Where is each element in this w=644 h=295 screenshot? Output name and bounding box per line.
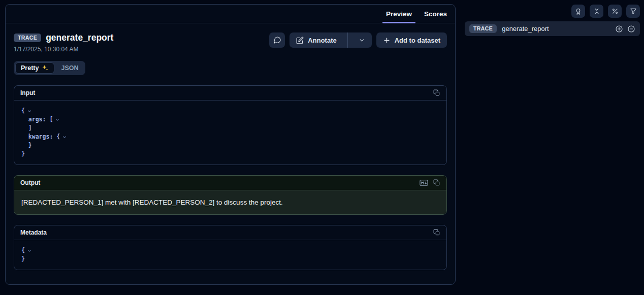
- json-token: {: [21, 246, 25, 255]
- award-icon: [574, 8, 582, 15]
- speech-bubble-icon: [273, 36, 281, 44]
- copy-button[interactable]: [433, 179, 440, 186]
- tree-toolbar: [465, 5, 640, 18]
- metrics-toggle-button[interactable]: [608, 5, 622, 18]
- annotate-split-button: Annotate: [289, 32, 371, 48]
- trace-identity: TRACE generate_report 1/17/2025, 10:30:0…: [14, 32, 113, 53]
- collapse-all-button[interactable]: [590, 5, 603, 18]
- view-toggle-pretty[interactable]: Pretty: [15, 62, 54, 74]
- comment-button[interactable]: [269, 32, 285, 48]
- filter-button[interactable]: [626, 5, 640, 18]
- percent-icon: [611, 8, 619, 15]
- trace-tree-sidebar: TRACE generate_report: [465, 0, 640, 36]
- trace-type-badge: TRACE: [469, 24, 497, 33]
- collapse-caret-icon[interactable]: [62, 135, 67, 140]
- markdown-toggle-button[interactable]: [420, 179, 428, 186]
- input-json-view: { args: [ ] kwargs: { } }: [14, 101, 446, 165]
- annotate-button-label: Annotate: [308, 37, 336, 44]
- input-panel-title: Input: [20, 89, 35, 96]
- view-toggle-json[interactable]: JSON: [55, 62, 84, 74]
- trace-preview-panel: Preview Scores TRACE generate_report 1/1…: [5, 4, 456, 285]
- filter-icon: [630, 8, 637, 15]
- json-token: }: [21, 141, 32, 150]
- plus-icon: [383, 37, 391, 44]
- view-mode-toggle: Pretty JSON: [14, 61, 85, 75]
- trace-header: TRACE generate_report 1/17/2025, 10:30:0…: [6, 23, 455, 53]
- tab-preview[interactable]: Preview: [382, 5, 415, 23]
- json-token: kwargs: {: [21, 133, 60, 141]
- trace-type-badge: TRACE: [14, 34, 41, 42]
- output-panel: Output: [14, 175, 447, 215]
- copy-icon: [433, 179, 440, 186]
- collapse-vertical-icon: [593, 8, 600, 15]
- markdown-icon: [420, 179, 428, 186]
- preview-tabbar: Preview Scores: [6, 5, 455, 23]
- page-title: generate_report: [46, 32, 113, 43]
- tab-scores[interactable]: Scores: [421, 5, 450, 23]
- copy-icon: [433, 229, 440, 236]
- trace-timestamp: 1/17/2025, 10:30:04 AM: [14, 46, 113, 53]
- annotate-dropdown-button[interactable]: [352, 32, 372, 48]
- copy-icon: [433, 89, 440, 96]
- input-panel: Input { args: [ ]: [14, 85, 447, 165]
- minus-circle-icon[interactable]: [627, 25, 635, 33]
- json-token: args: [: [21, 115, 53, 124]
- output-text: [REDACTED_PERSON_1] met with [REDACTED_P…: [14, 190, 446, 214]
- add-to-dataset-label: Add to dataset: [395, 37, 440, 44]
- trace-actions: Annotate Add to dataset: [269, 32, 447, 48]
- json-token: {: [21, 107, 25, 115]
- annotate-button[interactable]: Annotate: [289, 32, 343, 48]
- collapse-caret-icon[interactable]: [55, 117, 60, 122]
- button-divider: [347, 32, 348, 48]
- metadata-json-view: { }: [14, 240, 446, 270]
- sparkle-icon: [42, 64, 49, 72]
- plus-circle-icon[interactable]: [615, 25, 623, 33]
- chevron-down-icon: [359, 37, 365, 44]
- tree-node-label: generate_report: [502, 25, 610, 32]
- metadata-panel: Metadata { }: [14, 225, 447, 270]
- copy-button[interactable]: [433, 229, 440, 236]
- json-token: ]: [21, 124, 32, 133]
- json-token: }: [21, 255, 25, 264]
- collapse-caret-icon[interactable]: [27, 109, 32, 114]
- metadata-panel-title: Metadata: [20, 229, 47, 236]
- collapse-caret-icon[interactable]: [27, 248, 32, 253]
- json-token: }: [21, 150, 25, 158]
- panel-stack: Input { args: [ ]: [6, 75, 455, 270]
- scores-toggle-button[interactable]: [571, 5, 585, 18]
- add-to-dataset-button[interactable]: Add to dataset: [376, 32, 447, 48]
- pencil-square-icon: [296, 37, 304, 44]
- copy-button[interactable]: [433, 89, 440, 96]
- pretty-toggle-label: Pretty: [21, 64, 39, 72]
- tree-node-trace[interactable]: TRACE generate_report: [465, 21, 640, 36]
- output-panel-title: Output: [20, 179, 40, 186]
